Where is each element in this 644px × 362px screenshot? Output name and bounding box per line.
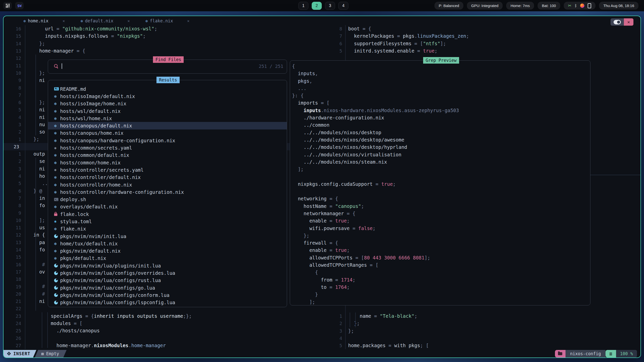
line-number: 8 — [325, 26, 342, 31]
file-result[interactable]: flake.lock — [48, 210, 287, 218]
right-editor-pane-bottom[interactable]: 1 name = "Tela-black";2 };3};45home.pack… — [325, 312, 640, 349]
file-result[interactable]: pkgs/nvim/nvim/lua/configs/rust.lua — [48, 277, 287, 284]
window-toggle-button[interactable] — [611, 18, 624, 26]
right-editor-pane-top[interactable]: 8boot = {7 kernelPackages = pkgs.linuxPa… — [325, 25, 640, 55]
preview-line: ../common — [290, 121, 590, 129]
workspace-button-3[interactable]: 3 — [325, 2, 335, 10]
indent-guide — [47, 312, 48, 348]
find-files-input[interactable] — [54, 63, 62, 69]
phone-icon[interactable] — [588, 3, 591, 8]
file-result-label: pkgs/nvim/nvim/init.lua — [60, 234, 126, 239]
file-result-label: stylua.toml — [60, 219, 92, 224]
file-state-segment: ▤ Empty — [35, 350, 66, 357]
file-result[interactable]: ✻pkgs/default.nix — [48, 255, 287, 262]
tab-flake.nix[interactable]: ✻flake.nix× — [145, 18, 189, 23]
code-line: 24 modules = [ — [4, 320, 290, 327]
code-line: 4 — [325, 335, 640, 342]
network-icon[interactable]: ✂ — [568, 3, 571, 8]
workspace-button-4[interactable]: 4 — [338, 2, 348, 10]
line-number: 11 — [4, 225, 21, 230]
file-result[interactable]: ✻hosts/common/home.nix — [48, 159, 287, 166]
mode-segment: INSERT — [4, 350, 36, 357]
file-result[interactable]: M↓README.md — [48, 85, 287, 93]
code-text: imports = [ — [290, 99, 330, 107]
tab-home.nix[interactable]: ✻home.nix× — [23, 18, 65, 23]
lua-file-icon — [54, 301, 60, 304]
file-result-label: hosts/canopus/hardware-configuration.nix — [60, 138, 175, 143]
search-icon — [54, 64, 58, 68]
preview-line: enable = true; — [290, 247, 590, 254]
file-result[interactable]: pkgs/nvim/nvim/lua/plugins/init.lua — [48, 262, 287, 269]
file-result[interactable]: ✱hosts/common/secrets.yaml — [48, 144, 287, 151]
tab-close-icon[interactable]: × — [127, 19, 130, 23]
line-number: 14 — [4, 41, 21, 46]
code-line: 5 initrd.systemd.enable = true; — [325, 47, 640, 55]
file-result[interactable]: ✻hosts/canopus/hardware-configuration.ni… — [48, 137, 287, 144]
line-number: 4 — [325, 336, 342, 341]
code-text: ../../modules/nixos/virtualisation — [290, 151, 401, 158]
file-result[interactable]: ✻flake.nix — [48, 225, 287, 233]
file-result[interactable]: ✱hosts/controller/secrets.yaml — [48, 166, 287, 173]
code-line: 5home.packages = with pkgs; [ — [325, 342, 640, 349]
file-result[interactable]: pkgs/nvim/nvim/lua/configs/conform.lua — [48, 291, 287, 299]
file-result[interactable]: >_deploy.sh — [48, 196, 287, 203]
nix-file-icon: ✻ — [54, 241, 60, 246]
file-result[interactable]: ✻hosts/common/default.nix — [48, 152, 287, 159]
code-text: ../../modules/nixos/desktop/awesome — [290, 136, 404, 144]
line-number: 10 — [4, 218, 21, 223]
line-number: 2 — [4, 129, 21, 134]
file-result[interactable]: ✻hosts/controller/default.nix — [48, 174, 287, 181]
file-result[interactable]: ✻hosts/controller/home.nix — [48, 181, 287, 188]
find-files-title: Find Files — [153, 56, 184, 63]
preview-line: ../../modules/nixos/steam.nix — [290, 158, 590, 166]
tab-close-icon[interactable]: × — [63, 19, 65, 23]
file-result[interactable]: ✻hosts/controller/hardware-configuration… — [48, 188, 287, 196]
file-result[interactable]: ✻hosts/canopus/home.nix — [48, 129, 287, 137]
top-status-bar: $W 1234 P: BalancedGPU: IntegratedHome: … — [0, 0, 644, 11]
file-result-label: hosts/isoImage/default.nix — [60, 94, 135, 99]
file-result-label: flake.lock — [60, 211, 89, 217]
code-text: wifi.powersave = false; — [290, 225, 376, 232]
window-close-button[interactable]: × — [624, 18, 633, 26]
indent-guide — [35, 158, 36, 311]
code-text: pkgs, — [290, 77, 312, 85]
indent-guide — [35, 55, 36, 135]
file-result[interactable]: ✱stylua.toml — [48, 218, 287, 225]
file-result-label: hosts/controller/secrets.yaml — [60, 167, 144, 173]
nix-file-icon: ✻ — [54, 226, 60, 231]
line-number: 22 — [4, 306, 21, 311]
code-line: 16 url = "github:nix-community/nixos-wsl… — [4, 25, 290, 32]
file-result[interactable]: ✻hosts/canopus/default.nix — [48, 122, 287, 129]
code-line: 6 supportedFilesystems = ["ntfs"]; — [325, 40, 640, 47]
workspace-button-2[interactable]: 2 — [312, 2, 322, 10]
tab-label: flake.nix — [150, 18, 173, 23]
color-orb-icon[interactable] — [580, 4, 584, 8]
file-result[interactable]: ✻overlays/default.nix — [48, 203, 287, 210]
file-result[interactable]: ✻hosts/isoImage/home.nix — [48, 100, 287, 107]
app-launcher-button[interactable] — [3, 2, 12, 9]
file-result[interactable]: ✻hosts/wsl/home.nix — [48, 115, 287, 122]
file-result[interactable]: pkgs/nvim/nvim/init.lua — [48, 233, 287, 240]
file-result[interactable]: pkgs/nvim/nvim/lua/configs/go.lua — [48, 284, 287, 291]
line-number: 3 — [4, 122, 21, 127]
code-text: boot = { — [342, 25, 371, 32]
file-result[interactable]: pkgs/nvim/nvim/lua/configs/lspconfig.lua — [48, 299, 287, 306]
tab-close-icon[interactable]: × — [187, 19, 190, 23]
preview-line: from = 1714; — [290, 276, 590, 284]
preview-line: firewall = { — [290, 239, 590, 247]
file-result[interactable]: ✻home/tux/default.nix — [48, 240, 287, 247]
file-result[interactable]: pkgs/nvim/nvim/lua/configs/overrides.lua — [48, 269, 287, 277]
nix-file-icon: ✻ — [54, 175, 60, 180]
file-result[interactable]: ✻hosts/isoImage/default.nix — [48, 93, 287, 100]
code-text: specialArgs = {inherit inputs outputs us… — [21, 312, 192, 320]
file-result-label: pkgs/nvim/nvim/lua/configs/rust.lua — [60, 278, 161, 283]
file-result[interactable]: ✻pkgs/nvim/default.nix — [48, 247, 287, 255]
logo-badge-button[interactable]: $W — [15, 2, 24, 9]
code-text: supportedFilesystems = ["ntfs"]; — [342, 40, 446, 47]
line-number: 8 — [4, 85, 21, 90]
workspace-button-1[interactable]: 1 — [298, 2, 308, 10]
tab-default.nix[interactable]: ✻default.nix× — [80, 18, 130, 23]
workspace-switcher: 1234 — [298, 2, 348, 10]
bluetooth-icon[interactable]: ᛒ — [575, 4, 577, 8]
file-result[interactable]: ✻hosts/wsl/default.nix — [48, 107, 287, 115]
